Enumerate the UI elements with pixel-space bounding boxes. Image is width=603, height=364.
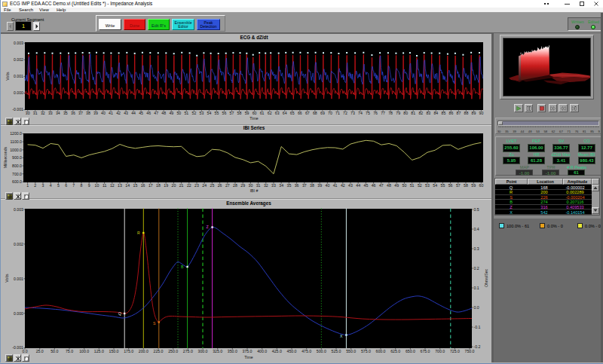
- svg-text:62: 62: [552, 130, 556, 133]
- svg-text:30: 30: [497, 130, 501, 133]
- svg-text:39: 39: [513, 130, 516, 133]
- svg-text:58: 58: [543, 130, 547, 133]
- svg-text:48: 48: [528, 130, 532, 133]
- svg-text:35: 35: [505, 130, 509, 133]
- svg-text:81: 81: [583, 130, 586, 133]
- svg-text:71: 71: [567, 130, 571, 133]
- svg-text:44: 44: [521, 130, 525, 133]
- svg-text:85: 85: [590, 130, 594, 133]
- svg-text:90: 90: [598, 130, 600, 133]
- svg-text:67: 67: [559, 130, 563, 133]
- svg-text:76: 76: [575, 130, 579, 133]
- svg-text:53: 53: [536, 130, 540, 133]
